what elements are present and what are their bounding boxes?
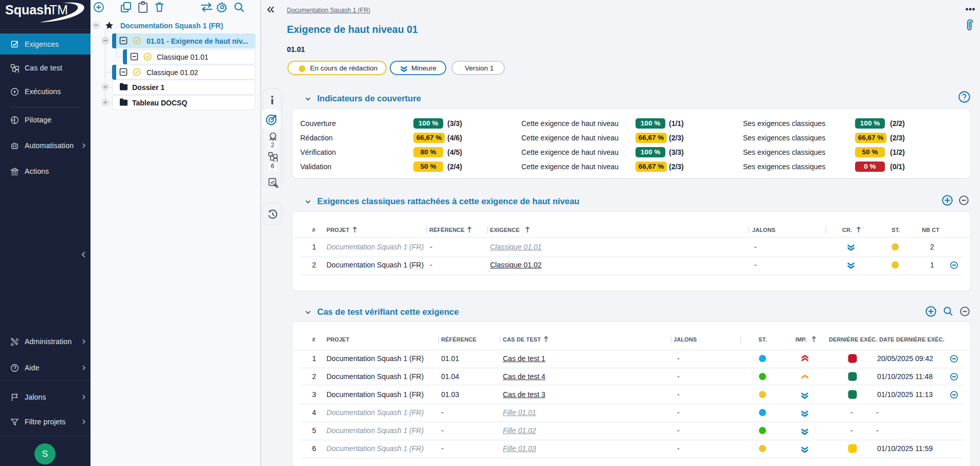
svg-text:Squash: Squash [5,3,51,17]
svg-text:TM: TM [49,3,68,17]
